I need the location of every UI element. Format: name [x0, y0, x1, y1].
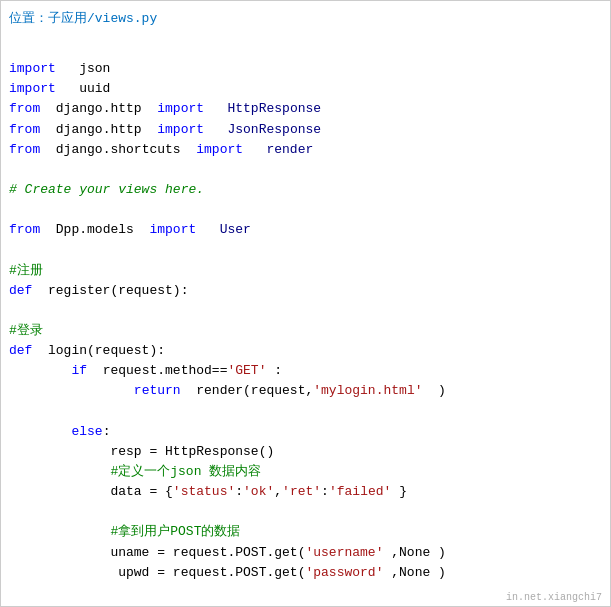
line-blank2 [9, 160, 606, 180]
line-import-uuid: import uuid [9, 79, 606, 99]
line-blank7 [9, 502, 606, 522]
line-blank1 [9, 39, 606, 59]
line-blank3 [9, 200, 606, 220]
line-comment-post: #拿到用户POST的数据 [9, 522, 606, 542]
line-from-models: from Dpp.models import User [9, 220, 606, 240]
line-return-render: return render(request,'mylogin.html' ) [9, 381, 606, 401]
line-import-json: import json [9, 59, 606, 79]
code-container: 位置：子应用/views.py import json import uuid … [0, 0, 611, 607]
line-data: data = {'status':'ok','ret':'failed' } [9, 482, 606, 502]
line-from-http2: from django.http import JsonResponse [9, 120, 606, 140]
line-blank5 [9, 301, 606, 321]
code-block: import json import uuid from django.http… [5, 39, 606, 583]
line-resp: resp = HttpResponse() [9, 442, 606, 462]
line-blank6 [9, 402, 606, 422]
location-bar: 位置：子应用/views.py [5, 9, 606, 27]
line-comment-views: # Create your views here. [9, 180, 606, 200]
line-comment-login: #登录 [9, 321, 606, 341]
watermark: in.net.xiangchi7 [506, 592, 602, 603]
line-comment-register: #注册 [9, 261, 606, 281]
line-if-method: if request.method=='GET' : [9, 361, 606, 381]
line-from-http1: from django.http import HttpResponse [9, 99, 606, 119]
line-blank4 [9, 240, 606, 260]
line-uname: uname = request.POST.get('username' ,Non… [9, 543, 606, 563]
line-def-register: def register(request): [9, 281, 606, 301]
line-from-shortcuts: from django.shortcuts import render [9, 140, 606, 160]
line-def-login: def login(request): [9, 341, 606, 361]
line-upwd: upwd = request.POST.get('password' ,None… [9, 563, 606, 583]
line-comment-json: #定义一个json 数据内容 [9, 462, 606, 482]
line-else: else: [9, 422, 606, 442]
